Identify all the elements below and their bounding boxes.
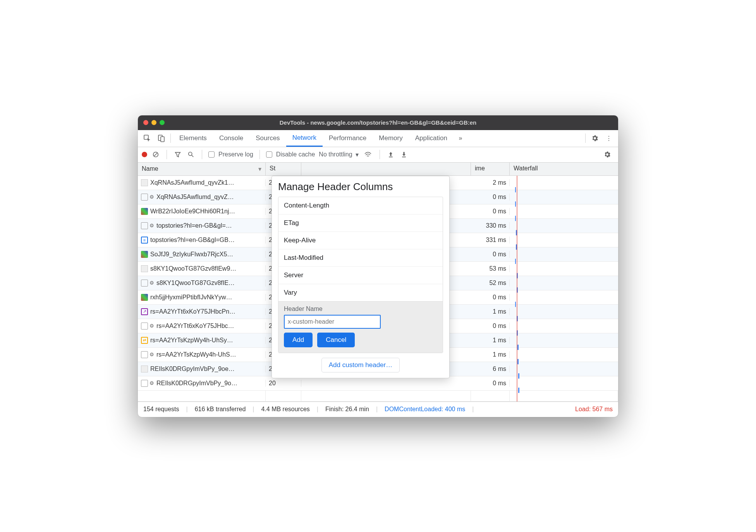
header-form: Header Name Add Cancel xyxy=(278,301,443,353)
titlebar: DevTools - news.google.com/topstories?hl… xyxy=(138,115,618,130)
request-time: 0 ms xyxy=(471,294,510,301)
header-list-item[interactable]: Content-Length xyxy=(278,197,443,214)
file-type-icon xyxy=(141,308,148,315)
file-type-icon xyxy=(141,323,148,329)
finish-time: Finish: 26.4 min xyxy=(325,406,369,413)
search-icon[interactable] xyxy=(186,148,196,161)
request-name: rs=AA2YrTt6xKoY75JHbcPn… xyxy=(150,308,235,315)
column-waterfall[interactable]: Waterfall xyxy=(510,163,618,175)
header-list-item[interactable]: Server xyxy=(278,266,443,284)
preserve-log-label: Preserve log xyxy=(218,151,253,158)
requests-count: 154 requests xyxy=(143,406,179,413)
throttling-select[interactable]: No throttling ▾ xyxy=(319,151,358,158)
upload-icon[interactable] xyxy=(386,148,395,161)
devtools-window: DevTools - news.google.com/topstories?hl… xyxy=(138,115,618,417)
record-icon[interactable] xyxy=(142,152,147,157)
request-time: 0 ms xyxy=(471,380,510,387)
tab-application[interactable]: Application xyxy=(409,130,454,147)
svg-rect-2 xyxy=(161,137,164,142)
tab-sources[interactable]: Sources xyxy=(249,130,286,147)
domcontentloaded-time: DOMContentLoaded: 400 ms xyxy=(385,406,465,413)
download-icon[interactable] xyxy=(399,148,409,161)
sort-icon: ▾ xyxy=(258,165,261,173)
column-status[interactable]: St xyxy=(266,163,301,175)
file-type-icon xyxy=(141,265,148,272)
file-type-icon xyxy=(141,179,148,186)
request-time: 0 ms xyxy=(471,323,510,329)
header-list: Content-LengthETagKeep-AliveLast-Modifie… xyxy=(278,197,443,353)
file-type-icon xyxy=(141,351,148,358)
preserve-log-checkbox[interactable] xyxy=(208,151,215,158)
request-status: 20 xyxy=(266,380,301,387)
header-list-item[interactable]: Last-Modified xyxy=(278,249,443,266)
throttling-label: No throttling xyxy=(319,151,352,158)
table-row[interactable]: ⚙REIlsK0DRGpyImVbPy_9o… 20 0 ms xyxy=(138,376,618,391)
tab-elements[interactable]: Elements xyxy=(173,130,213,147)
file-type-icon xyxy=(141,208,148,215)
header-list-item[interactable]: ETag xyxy=(278,214,443,232)
svg-line-6 xyxy=(192,155,194,157)
request-name: s8KY1QwooTG87Gzv8fIEw9… xyxy=(150,265,236,272)
tab-network[interactable]: Network xyxy=(286,130,323,147)
request-name: XqRNAsJ5AwfIumd_qyvZk1… xyxy=(150,179,234,186)
disable-cache-label: Disable cache xyxy=(276,151,315,158)
table-header: Name ▾ St ime Waterfall xyxy=(138,163,618,176)
network-conditions-icon[interactable] xyxy=(363,148,373,161)
request-time: 0 ms xyxy=(471,251,510,258)
more-tabs-icon[interactable]: » xyxy=(454,131,467,145)
filter-icon[interactable] xyxy=(173,148,182,161)
clear-icon[interactable] xyxy=(151,148,160,161)
file-type-icon xyxy=(141,237,148,244)
request-name: topstories?hl=en-GB&gl=GB… xyxy=(150,237,235,244)
manage-header-columns-dialog: Manage Header Columns Content-LengthETag… xyxy=(271,176,450,378)
request-time: 330 ms xyxy=(471,222,510,229)
request-name: REIlsK0DRGpyImVbPy_9o… xyxy=(156,380,237,387)
panel-settings-icon[interactable] xyxy=(600,148,614,161)
header-list-item[interactable]: Vary xyxy=(278,284,443,301)
header-name-input[interactable] xyxy=(284,315,381,329)
file-type-icon xyxy=(141,337,148,344)
network-toolbar: Preserve log Disable cache No throttling… xyxy=(138,147,618,163)
request-time: 1 ms xyxy=(471,351,510,358)
add-custom-header-button[interactable]: Add custom header… xyxy=(321,358,400,372)
window-title: DevTools - news.google.com/topstories?hl… xyxy=(138,119,618,126)
settings-icon[interactable] xyxy=(588,131,602,145)
svg-point-5 xyxy=(189,152,192,156)
request-name: topstories?hl=en-GB&gl=… xyxy=(156,222,232,229)
transferred-size: 616 kB transferred xyxy=(195,406,246,413)
device-toggle-icon[interactable] xyxy=(154,131,168,145)
column-time[interactable]: ime xyxy=(471,163,510,175)
disable-cache-checkbox[interactable] xyxy=(266,151,272,158)
file-type-icon xyxy=(141,280,148,287)
network-table: XqRNAsJ5AwfIumd_qyvZk1… 20 2 ms ⚙XqRNAsJ… xyxy=(138,176,618,402)
file-type-icon xyxy=(141,194,148,201)
header-list-item[interactable]: Keep-Alive xyxy=(278,232,443,249)
tab-performance[interactable]: Performance xyxy=(323,130,373,147)
cancel-button[interactable]: Cancel xyxy=(317,333,355,347)
request-time: 6 ms xyxy=(471,366,510,372)
resources-size: 4.4 MB resources xyxy=(261,406,309,413)
load-time: Load: 567 ms xyxy=(575,406,613,413)
chevron-down-icon: ▾ xyxy=(356,151,359,158)
add-button[interactable]: Add xyxy=(284,333,313,347)
tab-console[interactable]: Console xyxy=(213,130,249,147)
file-type-icon xyxy=(141,294,148,301)
request-time: 0 ms xyxy=(471,208,510,215)
request-time: 53 ms xyxy=(471,265,510,272)
tab-memory[interactable]: Memory xyxy=(373,130,409,147)
file-type-icon xyxy=(141,366,148,372)
header-name-label: Header Name xyxy=(284,305,437,312)
inspect-icon[interactable] xyxy=(140,131,154,145)
request-time: 2 ms xyxy=(471,179,510,186)
kebab-menu-icon[interactable]: ⋮ xyxy=(602,131,616,145)
dialog-title: Manage Header Columns xyxy=(278,181,443,193)
file-type-icon xyxy=(141,251,148,258)
request-name: rs=AA2YrTsKzpWy4h-UhS… xyxy=(156,351,236,358)
column-name[interactable]: Name ▾ xyxy=(138,163,266,175)
request-name: s8KY1QwooTG87Gzv8fIE… xyxy=(156,280,235,287)
request-name: WrB22rIJoIoEe9CHhi60R1nj… xyxy=(150,208,235,215)
request-time: 1 ms xyxy=(471,337,510,344)
request-time: 331 ms xyxy=(471,237,510,244)
request-name: rxh5jjHyxmiPPtibfIJvNkYyw… xyxy=(150,294,232,301)
request-name: SoJfJ9_9zIykuFIwxb7RjcX5… xyxy=(150,251,233,258)
